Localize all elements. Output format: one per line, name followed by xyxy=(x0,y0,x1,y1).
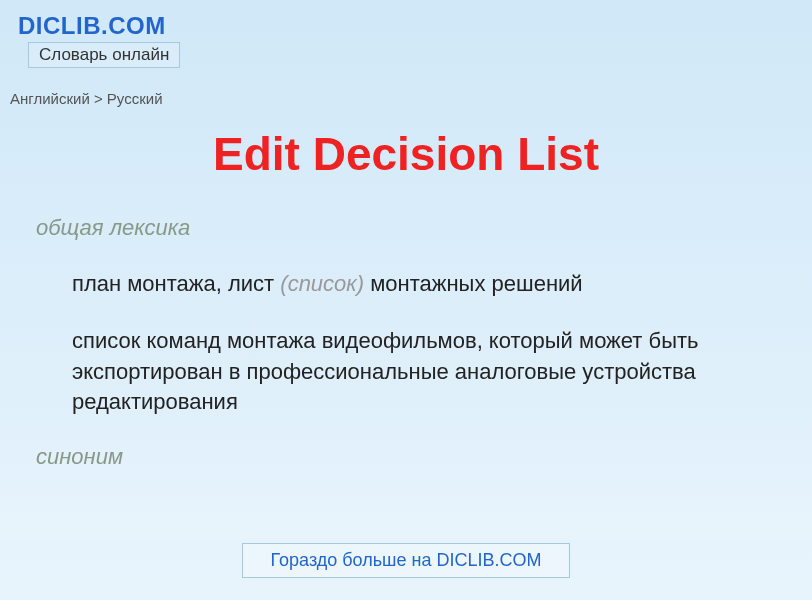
definition-1-prefix: план монтажа, лист xyxy=(72,271,280,296)
footer: Гораздо больше на DICLIB.COM xyxy=(0,543,812,578)
definition-1: план монтажа, лист (список) монтажных ре… xyxy=(72,269,776,300)
fade-overlay xyxy=(0,480,812,540)
content: общая лексика план монтажа, лист (список… xyxy=(0,215,812,470)
definition-2: список команд монтажа видеофильмов, кото… xyxy=(72,326,776,418)
synonym-label: синоним xyxy=(36,444,776,470)
breadcrumb[interactable]: Английский > Русский xyxy=(0,76,812,107)
tagline: Словарь онлайн xyxy=(28,42,180,68)
header: DICLIB.COM Словарь онлайн xyxy=(0,0,812,76)
definition-1-italic: (список) xyxy=(280,271,364,296)
definition-1-suffix: монтажных решений xyxy=(364,271,583,296)
more-link[interactable]: Гораздо больше на DICLIB.COM xyxy=(242,543,571,578)
category-label: общая лексика xyxy=(36,215,776,241)
site-title[interactable]: DICLIB.COM xyxy=(18,12,794,40)
entry-title: Edit Decision List xyxy=(0,127,812,181)
